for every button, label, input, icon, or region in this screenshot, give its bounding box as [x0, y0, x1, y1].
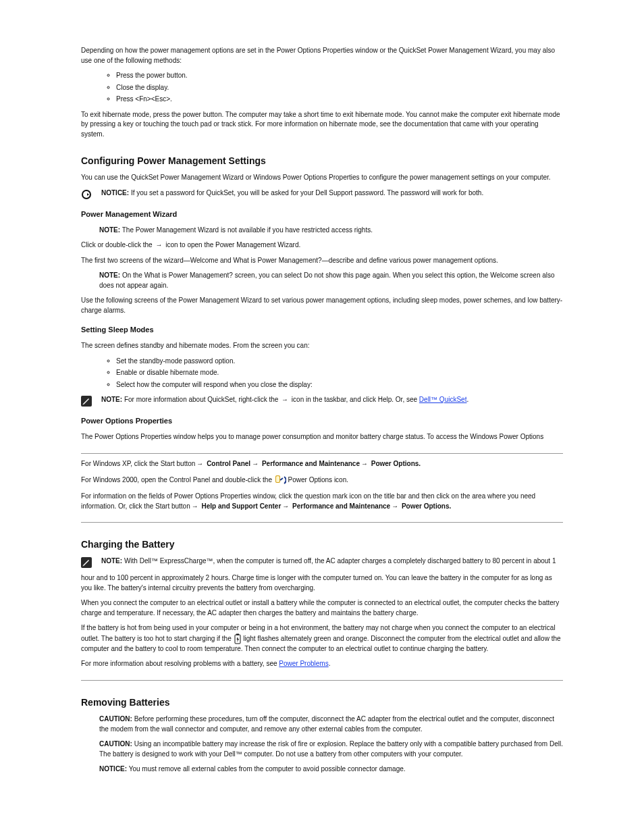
power-options-icon: [274, 474, 286, 486]
paragraph: For information on the fields of Power O…: [81, 492, 563, 511]
caution-label: CAUTION:: [99, 715, 132, 723]
power-problems-link[interactable]: Power Problems: [279, 660, 328, 667]
subheading-pm-wizard: Power Management Wizard: [81, 209, 563, 220]
paragraph: When you connect the computer to an elec…: [81, 598, 563, 618]
caution-label: CAUTION:: [99, 740, 132, 748]
arrow-right-icon: →: [195, 460, 205, 467]
list-item: Close the display.: [116, 83, 563, 93]
paragraph: For more information about resolving pro…: [81, 659, 563, 669]
paragraph: For Windows 2000, open the Control Panel…: [81, 474, 563, 486]
paragraph: You can use the QuickSet Power Managemen…: [81, 173, 563, 183]
note-label: NOTE:: [99, 271, 120, 279]
list-item: Enable or disable hibernate mode.: [116, 368, 563, 378]
note-text: NOTE: For more information about QuickSe…: [101, 395, 563, 405]
arrow-right-icon: →: [190, 502, 200, 510]
note-body: With Dell™ ExpressCharge™, when the comp…: [122, 557, 556, 565]
caution-paragraph: CAUTION: Before performing these procedu…: [81, 714, 563, 734]
arrow-right-icon: →: [390, 502, 400, 510]
battery-indicator-icon: [234, 633, 242, 644]
note-body: For more information about QuickSet, rig…: [122, 396, 280, 403]
arrow-right-icon: →: [250, 460, 260, 467]
note-body3: .: [466, 396, 468, 403]
list-item: Press the power button.: [116, 71, 563, 81]
text: Performance and Maintenance: [262, 460, 360, 467]
subheading-sleep-modes: Setting Sleep Modes: [81, 325, 563, 336]
paragraph: Depending on how the power management op…: [81, 46, 563, 66]
text: For Windows XP, click the Start button: [81, 460, 195, 467]
note-label: NOTE:: [101, 396, 122, 403]
notice-icon: [81, 189, 92, 200]
bullet-list: Press the power button. Close the displa…: [81, 71, 563, 105]
page-content: Depending on how the power management op…: [0, 0, 644, 834]
list-item: Select how the computer will respond whe…: [116, 380, 563, 390]
note-text: NOTE: With Dell™ ExpressCharge™, when th…: [101, 556, 563, 567]
text: Click or double-click the: [81, 241, 154, 249]
paragraph: To exit hibernate mode, press the power …: [81, 110, 563, 140]
text: Control Panel: [207, 460, 250, 467]
notice-paragraph: NOTICE: You must remove all external cab…: [81, 764, 563, 775]
note-label: NOTE:: [101, 557, 122, 565]
text: icon to open the Power Management Wizard…: [163, 241, 300, 249]
arrow-right-icon: →: [280, 396, 290, 403]
notice-text: NOTICE: If you set a password for QuickS…: [101, 188, 563, 199]
divider: [81, 453, 563, 454]
caution-paragraph: CAUTION: Using an incompatible battery m…: [81, 739, 563, 759]
subheading-power-options: Power Options Properties: [81, 416, 563, 427]
paragraph: The first two screens of the wizard—Welc…: [81, 256, 563, 266]
text: For more information about resolving pro…: [81, 660, 279, 667]
list-item: Press <Fn><Esc>.: [116, 95, 563, 105]
divider: [81, 522, 563, 523]
bullet-list: Set the standby-mode password option. En…: [81, 357, 563, 390]
notice-body: If you set a password for QuickSet, you …: [129, 189, 483, 197]
paragraph: hour and to 100 percent in approximately…: [81, 573, 563, 593]
pencil-note-icon: [81, 396, 92, 407]
text: .: [329, 660, 331, 667]
svg-line-5: [280, 478, 283, 480]
heading-charging: Charging the Battery: [81, 538, 563, 551]
arrow-right-icon: →: [281, 502, 290, 510]
list-item: Set the standby-mode password option.: [116, 357, 563, 367]
paragraph: The Power Options Properties window help…: [81, 432, 563, 442]
note-paragraph: NOTE: On the What is Power Management? s…: [81, 271, 563, 290]
quickset-link[interactable]: Dell™ QuickSet: [419, 396, 467, 403]
paragraph: The screen defines standby and hibernate…: [81, 341, 563, 351]
paragraph: If the battery is hot from being used in…: [81, 623, 563, 654]
notice-block: NOTICE: If you set a password for QuickS…: [81, 188, 563, 200]
heading-removing: Removing Batteries: [81, 696, 563, 709]
pencil-note-icon: [81, 557, 92, 568]
svg-rect-4: [276, 476, 279, 482]
note-body2: icon in the taskbar, and click Help. Or,…: [290, 396, 419, 403]
note-body: The Power Management Wizard is not avail…: [120, 226, 373, 234]
note-block: NOTE: With Dell™ ExpressCharge™, when th…: [81, 556, 563, 568]
notice-label: NOTICE:: [101, 189, 129, 197]
text: Performance and Maintenance: [292, 502, 390, 510]
paragraph: For Windows XP, click the Start button→ …: [81, 459, 563, 469]
arrow-right-icon: →: [154, 241, 163, 249]
note-block: NOTE: For more information about QuickSe…: [81, 395, 563, 407]
notice-label: NOTICE:: [99, 765, 127, 773]
note-paragraph: NOTE: The Power Management Wizard is not…: [81, 226, 563, 236]
paragraph: Use the following screens of the Power M…: [81, 296, 563, 315]
caution-body: Using an incompatible battery may increa…: [99, 740, 563, 758]
divider: [81, 680, 563, 681]
text: For Windows 2000, open the Control Panel…: [81, 476, 274, 484]
note-label: NOTE:: [99, 226, 120, 234]
text: Power Options icon.: [288, 476, 349, 484]
caution-body: Before performing these procedures, turn…: [99, 715, 554, 733]
text: Power Options.: [371, 460, 421, 467]
arrow-right-icon: →: [360, 460, 369, 467]
notice-body: You must remove all external cables from…: [127, 765, 405, 773]
text: Help and Support Center: [202, 502, 281, 510]
text: Power Options.: [402, 502, 451, 510]
paragraph: Click or double-click the → icon to open…: [81, 240, 563, 251]
note-body: On the What is Power Management? screen,…: [99, 271, 555, 289]
heading-config-power: Configuring Power Management Settings: [81, 154, 563, 167]
